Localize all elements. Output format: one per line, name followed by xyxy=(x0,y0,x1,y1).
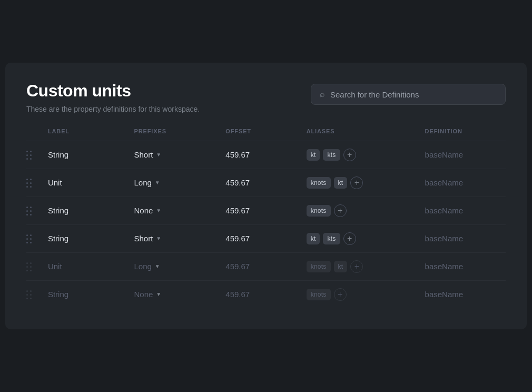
aliases-cell: knotskt+ xyxy=(307,252,425,280)
prefix-cell[interactable]: Long ▼ xyxy=(134,169,225,197)
aliases-cell: ktkts+ xyxy=(307,224,425,252)
add-alias-button[interactable]: + xyxy=(343,149,356,161)
alias-badge: kt xyxy=(334,177,348,189)
definition-cell: baseName xyxy=(425,252,506,280)
drag-cell[interactable] xyxy=(26,197,48,224)
drag-cell[interactable] xyxy=(26,224,48,252)
definition-value: baseName xyxy=(425,178,464,187)
table-body: String Short ▼ 459.67ktkts+baseName Unit… xyxy=(26,141,506,308)
label-cell: String xyxy=(48,280,134,308)
aliases-container: knotskt+ xyxy=(307,177,425,189)
main-panel: Custom units These are the property defi… xyxy=(5,63,527,329)
prefix-dropdown[interactable]: Long ▼ xyxy=(134,262,160,271)
aliases-container: knotskt+ xyxy=(307,260,425,273)
chevron-down-icon: ▼ xyxy=(155,180,160,185)
prefix-dropdown[interactable]: Short ▼ xyxy=(134,150,161,159)
prefix-cell[interactable]: Long ▼ xyxy=(134,252,225,280)
add-alias-button[interactable]: + xyxy=(350,177,363,189)
prefix-value: None xyxy=(134,206,153,215)
page-subtitle: These are the property definitions for t… xyxy=(26,105,200,113)
alias-badge: kt xyxy=(307,149,320,161)
aliases-cell: knots+ xyxy=(307,280,425,308)
prefix-value: Short xyxy=(134,234,153,243)
col-offset-header: OFFSET xyxy=(225,128,306,141)
definition-value: baseName xyxy=(425,290,464,299)
chevron-down-icon: ▼ xyxy=(156,208,161,213)
definition-cell: baseName xyxy=(425,169,506,197)
offset-cell: 459.67 xyxy=(225,252,306,280)
label-cell: Unit xyxy=(48,252,134,280)
offset-value: 459.67 xyxy=(225,150,250,159)
definition-value: baseName xyxy=(425,206,464,215)
drag-cell[interactable] xyxy=(26,169,48,197)
drag-cell[interactable] xyxy=(26,141,48,169)
col-aliases-header: ALIASES xyxy=(307,128,425,141)
drag-handle[interactable] xyxy=(26,205,48,216)
definition-value: baseName xyxy=(425,234,464,243)
label-cell: String xyxy=(48,141,134,169)
aliases-cell: ktkts+ xyxy=(307,141,425,169)
add-alias-button[interactable]: + xyxy=(343,232,356,245)
label-text: String xyxy=(48,150,68,159)
drag-handle[interactable] xyxy=(26,289,48,300)
prefix-cell[interactable]: None ▼ xyxy=(134,280,225,308)
definition-cell: baseName xyxy=(425,141,506,169)
search-input[interactable] xyxy=(330,90,497,99)
alias-badge: kt xyxy=(307,233,320,244)
add-alias-button[interactable]: + xyxy=(334,288,347,301)
offset-cell: 459.67 xyxy=(225,280,306,308)
prefix-cell[interactable]: Short ▼ xyxy=(134,224,225,252)
definition-cell: baseName xyxy=(425,224,506,252)
alias-badge: knots xyxy=(307,261,331,272)
chevron-down-icon: ▼ xyxy=(156,152,161,158)
offset-cell: 459.67 xyxy=(225,169,306,197)
definitions-table: LABEL PREFIXES OFFSET ALIASES DEFINITION… xyxy=(26,128,506,308)
add-alias-button[interactable]: + xyxy=(334,204,347,217)
col-drag-header xyxy=(26,128,48,141)
prefix-value: Short xyxy=(134,150,153,159)
drag-handle[interactable] xyxy=(26,178,48,188)
table-row: String Short ▼ 459.67ktkts+baseName xyxy=(26,141,506,169)
prefix-dropdown[interactable]: Short ▼ xyxy=(134,234,161,243)
label-text: String xyxy=(48,234,68,243)
col-definition-header: DEFINITION xyxy=(425,128,506,141)
offset-cell: 459.67 xyxy=(225,224,306,252)
add-alias-button[interactable]: + xyxy=(350,260,363,273)
label-cell: String xyxy=(48,224,134,252)
prefix-value: Long xyxy=(134,262,151,271)
page-title: Custom units xyxy=(26,82,200,100)
prefix-cell[interactable]: Short ▼ xyxy=(134,141,225,169)
definition-cell: baseName xyxy=(425,280,506,308)
offset-value: 459.67 xyxy=(225,290,250,299)
prefix-dropdown[interactable]: None ▼ xyxy=(134,290,161,299)
prefix-dropdown[interactable]: None ▼ xyxy=(134,206,161,215)
label-text: Unit xyxy=(48,262,62,271)
drag-handle[interactable] xyxy=(26,261,48,272)
drag-handle[interactable] xyxy=(26,150,48,160)
aliases-container: knots+ xyxy=(307,288,425,301)
drag-cell[interactable] xyxy=(26,280,48,308)
alias-badge: knots xyxy=(307,289,331,300)
prefix-cell[interactable]: None ▼ xyxy=(134,197,225,224)
aliases-container: knots+ xyxy=(307,204,425,217)
chevron-down-icon: ▼ xyxy=(155,263,160,269)
aliases-cell: knots+ xyxy=(307,197,425,224)
prefix-dropdown[interactable]: Long ▼ xyxy=(134,178,160,187)
prefix-value: Long xyxy=(134,178,151,187)
alias-badge: kts xyxy=(323,149,340,161)
alias-badge: kt xyxy=(334,261,348,272)
alias-badge: knots xyxy=(307,205,331,217)
aliases-container: ktkts+ xyxy=(307,149,425,161)
table-row: String None ▼ 459.67knots+baseName xyxy=(26,197,506,224)
drag-handle[interactable] xyxy=(26,233,48,244)
label-text: String xyxy=(48,206,68,215)
label-cell: Unit xyxy=(48,169,134,197)
offset-cell: 459.67 xyxy=(225,197,306,224)
alias-badge: knots xyxy=(307,177,331,189)
table-row: String Short ▼ 459.67ktkts+baseName xyxy=(26,224,506,252)
drag-cell[interactable] xyxy=(26,252,48,280)
definition-value: baseName xyxy=(425,150,464,159)
alias-badge: kts xyxy=(323,233,340,244)
table-header: LABEL PREFIXES OFFSET ALIASES DEFINITION xyxy=(26,128,506,141)
offset-value: 459.67 xyxy=(225,206,250,215)
